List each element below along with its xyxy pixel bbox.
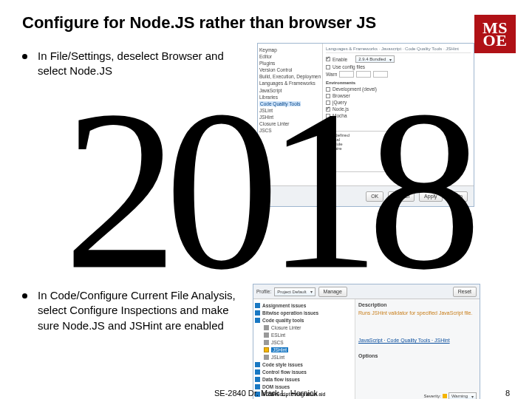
tree-item: Closure Linter xyxy=(259,120,321,127)
warn-label: Warn xyxy=(326,72,337,77)
tree-item: Bitwise operation issues xyxy=(255,309,353,316)
tree-item-label: Bitwise operation issues xyxy=(262,310,318,316)
tree-item-label: Control flow issues xyxy=(262,369,307,375)
msoe-logo: MS OE xyxy=(474,13,516,55)
env-item: Mocha xyxy=(332,113,347,118)
inspections-toolbar: Profile: Project Default Manage Reset xyxy=(253,284,480,299)
tree-item: Code Quality Tools xyxy=(259,100,321,107)
footer-center: SE-2840 Dr. Mark L. Hornick xyxy=(214,389,318,398)
tree-item: Keymap xyxy=(259,47,321,53)
tree-item-label: Data flow issues xyxy=(262,377,300,382)
desc-label: Description xyxy=(358,302,477,307)
settings-link: JavaScript · Code Quality Tools · JSHint xyxy=(358,338,450,343)
options-label: Options xyxy=(358,353,477,358)
page-number: 8 xyxy=(505,389,510,398)
checkbox-icon xyxy=(326,94,330,98)
env-item: Development (devel) xyxy=(332,86,377,92)
checkbox-icon xyxy=(326,107,330,112)
tree-item-label: JSCS xyxy=(271,340,284,345)
cancel-button: Cancel xyxy=(388,191,415,202)
settings-breadcrumb: Languages & Frameworks · Javascript · Co… xyxy=(326,47,471,53)
tree-item: Plugins xyxy=(259,60,321,66)
settings-screenshot: Keymap Editor Plugins Version Control Bu… xyxy=(257,43,474,207)
predef-item: require xyxy=(328,146,387,151)
tree-item: JSLint xyxy=(255,353,353,361)
env-item: jQuery xyxy=(332,100,347,105)
severity-combo: Warning xyxy=(449,392,477,399)
tree-item: ESLint xyxy=(255,331,353,338)
tree-item-label: Closure Linter xyxy=(271,325,301,330)
checkbox-icon xyxy=(326,65,330,69)
tree-item: Data flow issues xyxy=(255,375,353,383)
tree-item: JavaScript xyxy=(259,87,321,94)
env-item: Browser xyxy=(332,93,350,98)
checkbox-icon xyxy=(326,100,330,105)
checkbox-icon xyxy=(255,362,260,367)
checkbox-icon xyxy=(255,377,260,382)
tree-item: Version Control xyxy=(259,66,321,73)
profile-label: Profile: xyxy=(256,289,271,294)
tree-item: JSLint xyxy=(259,107,321,114)
warn-input xyxy=(339,71,354,78)
checkbox-icon xyxy=(264,355,269,360)
checkbox-icon xyxy=(255,303,260,308)
tree-item: Control flow issues xyxy=(255,368,353,375)
checkbox-icon xyxy=(326,57,330,61)
env-item: Node.js xyxy=(332,106,349,112)
tree-item-label: JSHint xyxy=(271,347,288,352)
slide-title: Configure for Node.JS rather than browse… xyxy=(22,13,510,33)
checkbox-icon xyxy=(264,347,269,352)
useconfig-label: Use config files xyxy=(332,64,365,69)
tree-item-label: JSLint xyxy=(271,355,284,360)
checkbox-icon xyxy=(264,325,269,330)
bullet-2: In Code/Configure Current File Analysis,… xyxy=(22,288,244,399)
tree-item-label: Code style issues xyxy=(262,362,303,367)
severity-label: Severity: xyxy=(424,394,441,398)
logo-line-2: OE xyxy=(483,34,508,47)
enable-label: Enable xyxy=(332,57,347,62)
tree-item: Code quality tools xyxy=(255,316,353,324)
tree-item-label: Assignment issues xyxy=(262,303,306,308)
checkbox-icon xyxy=(326,114,330,118)
bullet-1: In File/Settings, deselect Browser and s… xyxy=(22,49,244,207)
checkbox-icon xyxy=(255,318,260,323)
checkbox-icon xyxy=(264,332,269,338)
tree-item-label: Code quality tools xyxy=(262,318,304,323)
checkbox-icon xyxy=(264,340,269,345)
tree-item-label: ESLint xyxy=(271,332,285,338)
tree-item: JSHint xyxy=(259,114,321,120)
severity-row: Severity: Warning xyxy=(424,392,477,399)
warning-icon xyxy=(443,394,447,398)
tree-item: Editor xyxy=(259,53,321,60)
apply-button: Apply xyxy=(419,191,443,202)
tree-item: Languages & Frameworks xyxy=(259,80,321,86)
tree-item: Libraries xyxy=(259,94,321,100)
ok-button: OK xyxy=(366,191,383,202)
inspection-detail: Description Runs JSHint validator for sp… xyxy=(355,299,480,399)
inspections-screenshot: Profile: Project Default Manage Reset As… xyxy=(253,284,480,399)
warn-input xyxy=(356,71,371,78)
bullet-1-text: In File/Settings, deselect Browser and s… xyxy=(38,49,244,207)
desc-text: Runs JSHint validator for specified Java… xyxy=(358,310,477,316)
help-button: Help xyxy=(447,191,468,202)
tree-item: Assignment issues xyxy=(255,301,353,309)
tree-item: Closure Linter xyxy=(255,324,353,331)
tree-item: Code style issues xyxy=(255,361,353,368)
bullet-2-text: In Code/Configure Current File Analysis,… xyxy=(38,288,244,399)
dialog-footer: OK Cancel Apply Help xyxy=(258,185,474,206)
env-label: Environments xyxy=(326,81,471,85)
predefined-box: Predefined global module require xyxy=(326,131,389,172)
bullet-dot-icon xyxy=(22,54,27,59)
reset-button: Reset xyxy=(453,287,477,297)
tree-item: JSHint xyxy=(255,346,353,353)
tree-item: JSCS xyxy=(259,127,321,134)
settings-tree: Keymap Editor Plugins Version Control Bu… xyxy=(258,44,323,185)
profile-combo: Project Default xyxy=(274,287,315,296)
version-combo: 2.9.4 Bundled xyxy=(355,55,395,63)
bullet-dot-icon xyxy=(22,293,27,299)
checkbox-icon xyxy=(255,310,260,316)
checkbox-icon xyxy=(255,369,260,375)
inspections-tree: Assignment issuesBitwise operation issue… xyxy=(253,299,355,399)
tree-item: JSCS xyxy=(255,338,353,346)
warn-input xyxy=(373,71,388,78)
